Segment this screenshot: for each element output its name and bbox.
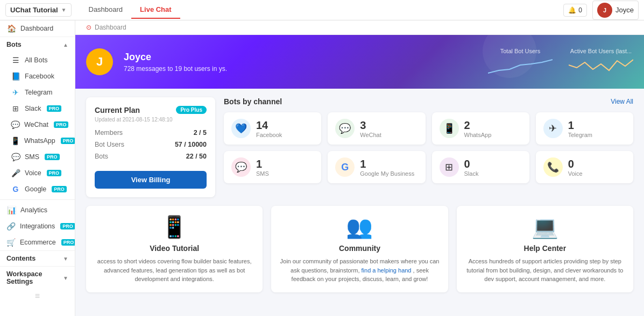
slack-name: Slack — [464, 170, 479, 177]
plan-title: Current Plan — [95, 106, 140, 114]
workspace-settings-label: Workspace Settings — [6, 270, 63, 285]
nav-dashboard[interactable]: Dashboard — [80, 1, 132, 19]
facebook-name: Facebook — [256, 132, 282, 138]
active-bot-users-chart — [569, 54, 633, 76]
wechat-pro-badge: PRO — [54, 121, 69, 128]
bot-card-whatsapp-info: 2 WhatsApp — [464, 119, 492, 138]
top-nav: UChat Tutorial ▼ Dashboard Live Chat 🔔 0… — [0, 0, 644, 20]
wechat-name: WeChat — [360, 132, 381, 138]
members-label: Members — [95, 129, 123, 137]
sidebar-item-slack[interactable]: ⊞ Slack PRO — [4, 100, 75, 117]
bottom-card-video: 📱 Video Tutorial access to short videos … — [86, 206, 263, 292]
bots-toggle-icon: ▲ — [63, 42, 68, 48]
google-name: Google My Business — [360, 170, 414, 177]
sidebar-bots-sub: ☰ All Bots 📘 Facebook ✈ Telegram ⊞ Slack… — [0, 52, 75, 197]
notification-bell[interactable]: 🔔 0 — [563, 4, 587, 17]
sidebar-dashboard-label: Dashboard — [20, 25, 53, 32]
bot-card-wechat[interactable]: 💬 3 WeChat — [328, 112, 425, 145]
bot-card-slack[interactable]: ⊞ 0 Slack — [432, 151, 529, 183]
bot-card-facebook[interactable]: 💙 14 Facebook — [224, 112, 321, 145]
google-pro-badge: PRO — [52, 186, 67, 192]
bot-card-facebook-info: 14 Facebook — [256, 119, 282, 138]
bot-card-wechat-info: 3 WeChat — [360, 119, 381, 138]
sidebar-item-wechat[interactable]: 💬 WeChat PRO — [4, 117, 75, 133]
hero-stat-active: Active Bot Users (last... — [569, 48, 633, 76]
community-illustration: 👥 — [346, 214, 373, 240]
sidebar-item-all-bots[interactable]: ☰ All Bots — [4, 52, 75, 68]
sidebar-section-contents[interactable]: Contents ▼ — [0, 250, 75, 266]
hero-message: 728 messages to 19 bot users in ys. — [124, 65, 227, 73]
sidebar-item-facebook[interactable]: 📘 Facebook — [4, 68, 75, 84]
bot-card-sms-info: 1 SMS — [256, 158, 269, 177]
bot-card-voice-info: 0 Voice — [568, 158, 583, 177]
bot-card-telegram-info: 1 Telegram — [568, 119, 592, 138]
bot-card-slack-info: 0 Slack — [464, 158, 479, 177]
sidebar-item-voice[interactable]: 🎤 Voice PRO — [4, 165, 75, 181]
sms-count: 1 — [256, 158, 269, 170]
sidebar-item-telegram[interactable]: ✈ Telegram — [4, 84, 75, 100]
bot-card-sms[interactable]: 💬 1 SMS — [224, 151, 321, 183]
whatsapp-count: 2 — [464, 119, 492, 132]
hero-avatar: J — [86, 48, 113, 75]
hero-section: J Joyce 728 messages to 19 bot users in … — [75, 35, 644, 89]
community-link[interactable]: find a helping hand — [362, 267, 412, 274]
sidebar: 🏠 Dashboard Bots ▲ ☰ All Bots 📘 Facebook… — [0, 20, 75, 316]
breadcrumb: Dashboard — [95, 24, 126, 31]
plan-row-members: Members 2 / 5 — [95, 129, 207, 137]
telegram-name: Telegram — [568, 132, 592, 138]
sidebar-item-google[interactable]: G Google PRO — [4, 181, 75, 197]
integrations-icon: 🔗 — [6, 222, 16, 231]
user-menu[interactable]: J Joyce — [592, 1, 639, 20]
bot-card-whatsapp[interactable]: 📱 2 WhatsApp — [432, 112, 529, 145]
nav-right: 🔔 0 J Joyce — [563, 1, 639, 20]
telegram-count: 1 — [568, 119, 592, 132]
analytics-label: Analytics — [20, 206, 47, 214]
community-title: Community — [339, 244, 380, 253]
slack-count: 0 — [464, 158, 479, 170]
whatsapp-pro-badge: PRO — [61, 138, 75, 144]
integrations-pro-badge: PRO — [60, 223, 75, 229]
nav-live-chat[interactable]: Live Chat — [131, 1, 180, 19]
sidebar-item-ecommerce[interactable]: 🛒 Ecommerce PRO — [0, 234, 75, 250]
sidebar-section-bots[interactable]: Bots ▲ — [0, 37, 75, 52]
bot-users-value: 57 / 10000 — [175, 141, 207, 148]
breadcrumb-bar: ⊙ Dashboard — [75, 20, 644, 35]
telegram-bot-icon: ✈ — [543, 119, 563, 138]
bot-card-telegram[interactable]: ✈ 1 Telegram — [536, 112, 633, 145]
sidebar-item-sms[interactable]: 💬 SMS PRO — [4, 149, 75, 165]
sidebar-item-integrations[interactable]: 🔗 Integrations PRO — [0, 218, 75, 234]
bot-card-google[interactable]: G 1 Google My Business — [328, 151, 425, 183]
hero-stats: Total Bot Users Active Bot Users (last..… — [488, 48, 633, 76]
members-value: 2 / 5 — [194, 129, 207, 137]
hero-text: Joyce 728 messages to 19 bot users in ys… — [124, 52, 227, 73]
plan-badge: Pro Plus — [176, 106, 207, 114]
whatsapp-label: WhatsApp — [24, 137, 55, 145]
bots-section-header: Bots by channel View All — [224, 97, 633, 106]
slack-icon: ⊞ — [11, 104, 20, 113]
bell-icon: 🔔 — [568, 6, 576, 14]
sms-name: SMS — [256, 170, 269, 177]
help-illustration: 💻 — [532, 214, 558, 240]
help-desc: Access hundreds of support articles prov… — [465, 257, 625, 284]
bottom-card-help: 💻 Help Center Access hundreds of support… — [457, 206, 633, 292]
hero-stat-total: Total Bot Users — [488, 48, 553, 76]
bottom-row: 📱 Video Tutorial access to short videos … — [75, 206, 644, 301]
slack-bot-icon: ⊞ — [440, 157, 459, 177]
notification-count: 0 — [578, 6, 582, 14]
sidebar-section-workspace-settings[interactable]: Workspace Settings ▼ — [0, 266, 75, 289]
analytics-icon: 📊 — [6, 206, 16, 214]
workspace-dropdown[interactable]: UChat Tutorial ▼ — [5, 3, 72, 17]
bots-count-label: Bots — [95, 153, 108, 160]
sidebar-item-whatsapp[interactable]: 📱 WhatsApp PRO — [4, 133, 75, 149]
slack-label: Slack — [25, 105, 41, 112]
bots-section-label: Bots — [6, 41, 22, 48]
view-billing-button[interactable]: View Billing — [95, 171, 207, 189]
workspace-settings-toggle-icon: ▼ — [63, 275, 68, 281]
sidebar-item-dashboard[interactable]: 🏠 Dashboard — [0, 20, 75, 37]
dashboard-icon: 🏠 — [6, 24, 16, 33]
sidebar-item-analytics[interactable]: 📊 Analytics — [0, 202, 75, 218]
facebook-icon: 📘 — [11, 72, 20, 81]
view-all-link[interactable]: View All — [611, 98, 633, 105]
hero-greeting: Joyce — [124, 52, 227, 63]
bot-card-voice[interactable]: 📞 0 Voice — [536, 151, 633, 183]
